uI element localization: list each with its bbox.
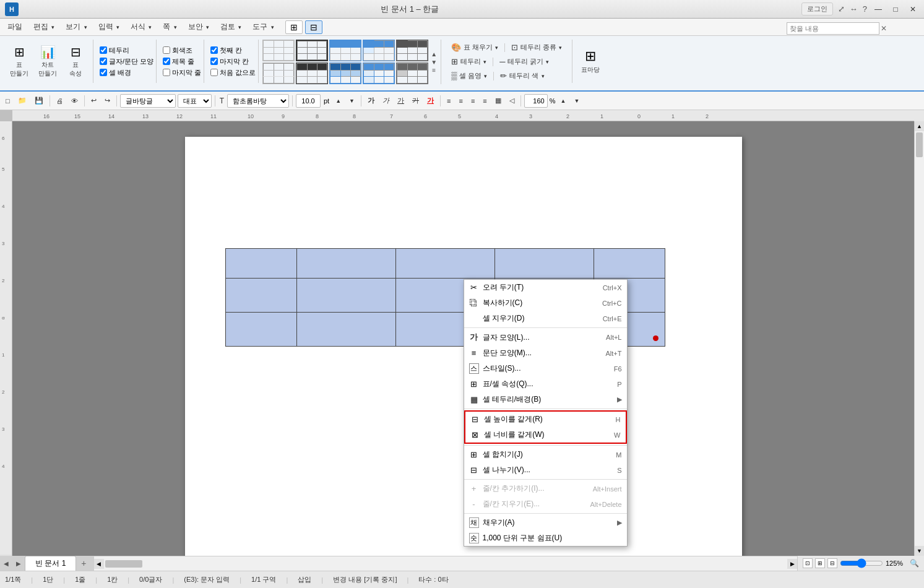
table-style-3[interactable] bbox=[329, 40, 361, 61]
ctx-clear[interactable]: 셀 지우기(D) Ctrl+E bbox=[464, 311, 627, 326]
table-cell[interactable] bbox=[225, 249, 296, 279]
zoom-magnify[interactable]: 🔍 bbox=[910, 559, 919, 568]
table-cell[interactable] bbox=[594, 249, 665, 279]
ctx-parashape[interactable]: ≡ 문단 모양(M)... Alt+T bbox=[464, 345, 627, 361]
cb-lastrow[interactable]: 마지막 줄 bbox=[163, 68, 201, 77]
menu-review[interactable]: 검토 ▾ bbox=[215, 20, 246, 34]
table-cell[interactable] bbox=[225, 313, 296, 347]
table-style-2[interactable] bbox=[296, 40, 328, 61]
table-style-7[interactable] bbox=[296, 63, 328, 84]
ctx-same-width[interactable]: ⊠ 셀 너비를 같게(W) W bbox=[465, 427, 626, 443]
style-up[interactable]: ▲ bbox=[431, 51, 437, 58]
zoom-view-2[interactable]: ⊞ bbox=[815, 558, 825, 568]
table-style-4[interactable] bbox=[363, 40, 395, 61]
cb-charformat[interactable]: 글자/문단 모양 bbox=[100, 57, 153, 66]
tab-nav-next[interactable]: ▶ bbox=[12, 556, 25, 571]
table-cell[interactable] bbox=[494, 249, 594, 279]
menu-view[interactable]: 보기 ▾ bbox=[61, 20, 92, 34]
tb-fontsize-input[interactable] bbox=[296, 94, 321, 108]
scroll-up[interactable]: ▲ bbox=[915, 121, 924, 131]
scroll-down[interactable]: ▼ bbox=[915, 546, 924, 556]
table-style-6[interactable] bbox=[262, 63, 295, 84]
tb-preview[interactable]: 👁 bbox=[68, 96, 81, 106]
tb-save[interactable]: 💾 bbox=[32, 95, 46, 106]
cb-titlerow[interactable]: 제목 줄 bbox=[163, 57, 201, 66]
menu-tools[interactable]: 도구 ▾ bbox=[248, 20, 278, 34]
scroll-thumb-v[interactable] bbox=[916, 132, 923, 157]
table-cell[interactable] bbox=[296, 249, 395, 279]
menu-security[interactable]: 보안 ▾ bbox=[183, 20, 214, 34]
ctx-thousand-sep[interactable]: 숫 1,000 단위 구분 쉼표(U) bbox=[464, 530, 627, 546]
tb-strikethrough[interactable]: 가 bbox=[409, 95, 422, 106]
ctx-style[interactable]: 스 스타일(S)... F6 bbox=[464, 361, 627, 376]
ctx-same-height[interactable]: ⊟ 셀 높이를 같게(R) H bbox=[465, 412, 626, 427]
tb-print[interactable]: 🖨 bbox=[53, 96, 66, 106]
tb-font-select[interactable]: 함초롬바탕함초롬바탕 bbox=[227, 94, 289, 108]
tb-redo[interactable]: ↪ bbox=[101, 95, 113, 106]
style-down[interactable]: ▼ bbox=[431, 59, 437, 66]
tb-align-justify[interactable]: ≡ bbox=[480, 96, 490, 106]
tb-underline[interactable]: 가 bbox=[394, 95, 407, 106]
tb-size-up[interactable]: ▲ bbox=[332, 97, 344, 105]
tb-size-down[interactable]: ▼ bbox=[346, 97, 358, 105]
tb-color[interactable]: 가 bbox=[424, 95, 437, 106]
cb-cellbg[interactable]: 셀 배경 bbox=[100, 68, 153, 77]
tb-indent-dec[interactable]: ◁ bbox=[506, 95, 517, 106]
tb-style-select[interactable]: 글바탕글글바탕글 bbox=[120, 94, 176, 108]
cb-grayscale[interactable]: 회색조 bbox=[163, 46, 201, 55]
tb-new[interactable]: □ bbox=[2, 96, 13, 106]
tab-nav-prev[interactable]: ◀ bbox=[0, 556, 12, 571]
cb-reset[interactable]: 처음 값으로 bbox=[210, 68, 256, 77]
tab-active[interactable]: 빈 문서 1 bbox=[25, 556, 76, 571]
ribbon-toggle-2[interactable]: ⊟ bbox=[305, 20, 322, 34]
tb-align-left[interactable]: ≡ bbox=[444, 96, 454, 106]
zoom-view-3[interactable]: ⊟ bbox=[827, 558, 837, 568]
menu-page[interactable]: 쪽 ▾ bbox=[158, 20, 181, 34]
ribbon-btn-chart[interactable]: 📊 차트만들기 bbox=[35, 42, 61, 80]
help-button[interactable]: ? bbox=[863, 4, 867, 14]
search-input[interactable] bbox=[787, 22, 879, 35]
ctx-charshape[interactable]: 가 글자 모양(L)... Alt+L bbox=[464, 329, 627, 345]
tb-zoom-down[interactable]: ▼ bbox=[571, 97, 582, 105]
ribbon-btn-make-table[interactable]: ⊞ 표만들기 bbox=[6, 42, 32, 80]
tb-zoom-up[interactable]: ▲ bbox=[558, 97, 569, 105]
cb-lastcol[interactable]: 마지막 칸 bbox=[210, 57, 256, 66]
ctx-cut[interactable]: ✂ 오려 두기(T) Ctrl+X bbox=[464, 280, 627, 295]
ctx-copy[interactable]: ⿻ 복사하기(C) Ctrl+C bbox=[464, 295, 627, 311]
tab-add[interactable]: + bbox=[76, 556, 91, 571]
ribbon-btn-border-thickness[interactable]: ─ 테두리 굵기 ▾ bbox=[496, 55, 553, 68]
ribbon-btn-table-prop[interactable]: ⊟ 표속성 bbox=[63, 42, 88, 80]
ribbon-btn-fill[interactable]: 🎨 표 채우기 ▾ bbox=[447, 41, 502, 54]
menu-format[interactable]: 서식 ▾ bbox=[126, 20, 157, 34]
cb-border[interactable]: 테두리 bbox=[100, 46, 153, 55]
ribbon-btn-border-type[interactable]: ⊡ 테두리 종류 ▾ bbox=[507, 41, 566, 54]
scroll-right[interactable]: ▶ bbox=[787, 559, 797, 569]
ribbon-btn-cell-shade[interactable]: ▒ 셀 음영 ▾ bbox=[447, 69, 491, 82]
cb-firstcol[interactable]: 첫째 칸 bbox=[210, 46, 256, 55]
ctx-cellborder[interactable]: ▦ 셀 테두리/배경(B) ▶ bbox=[464, 392, 627, 407]
table-cell[interactable] bbox=[225, 279, 296, 313]
ctx-merge[interactable]: ⊞ 셀 합치기(J) M bbox=[464, 447, 627, 462]
tb-col-layout[interactable]: ▦ bbox=[492, 95, 504, 106]
scrollbar-v[interactable]: ▲ ▼ bbox=[914, 121, 924, 556]
ribbon-btn-border-color[interactable]: ✏ 테두리 색 ▾ bbox=[496, 69, 548, 82]
ribbon-btn-pymadang[interactable]: ⊞ 표마당 bbox=[577, 46, 603, 77]
ctx-fill[interactable]: 채 채우기(A) ▶ bbox=[464, 515, 627, 530]
ribbon-toggle-1[interactable]: ⊞ bbox=[285, 20, 303, 34]
minimize-button[interactable]: — bbox=[872, 3, 884, 15]
pin-icon[interactable]: ↔ bbox=[850, 4, 858, 14]
table-cell[interactable] bbox=[296, 279, 395, 313]
tb-align-right[interactable]: ≡ bbox=[468, 96, 478, 106]
style-more[interactable]: ≡ bbox=[432, 67, 436, 74]
table-style-10[interactable] bbox=[396, 63, 428, 84]
style-scroll[interactable]: ▲ ▼ ≡ bbox=[431, 51, 437, 74]
search-close[interactable]: ✕ bbox=[881, 24, 887, 33]
ctx-cellprop[interactable]: ⊞ 표/셀 속성(Q)... P bbox=[464, 376, 627, 392]
tb-italic[interactable]: 가 bbox=[379, 95, 392, 106]
zoom-slider[interactable] bbox=[840, 558, 883, 568]
close-button[interactable]: ✕ bbox=[907, 3, 919, 15]
scrollbar-h[interactable]: ◀ ▶ bbox=[94, 556, 797, 571]
tb-align-center[interactable]: ≡ bbox=[456, 96, 465, 106]
menu-edit[interactable]: 편집 ▾ bbox=[28, 20, 59, 34]
maximize-button[interactable]: □ bbox=[889, 3, 902, 15]
